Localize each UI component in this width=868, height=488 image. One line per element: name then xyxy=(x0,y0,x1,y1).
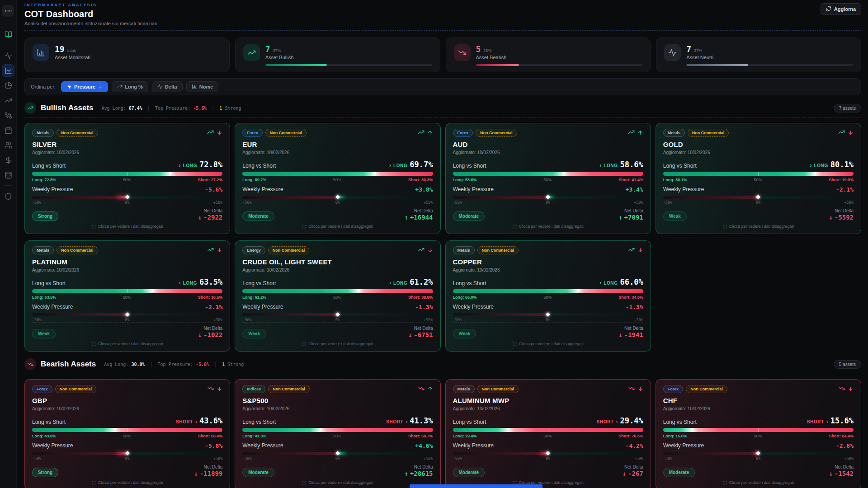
long-position-marker xyxy=(113,428,117,430)
long-percentage-value: 43.6% xyxy=(199,416,222,425)
pressure-center-marker xyxy=(335,312,340,317)
sidebar-divider xyxy=(4,185,12,186)
asset-card-copper[interactable]: MetalsNon CommercialCOPPERAggiornato: 10… xyxy=(445,240,651,352)
sidebar-item-trending-up[interactable] xyxy=(2,94,14,106)
pressure-bar xyxy=(453,452,643,455)
pressure-min-label: -50% xyxy=(32,456,41,461)
pressure-max-label: +50% xyxy=(213,318,222,322)
short-label-value: 19.9% xyxy=(842,178,854,182)
pie-chart-icon xyxy=(5,82,12,89)
pressure-center-marker xyxy=(335,451,340,455)
arrow-down-icon xyxy=(848,130,854,136)
asset-card-eur[interactable]: ForexNon CommercialEURAggiornato: 10/02/… xyxy=(235,123,440,234)
stat-card[interactable]: 526%Asset Bearish xyxy=(446,38,651,72)
pressure-max-label: +50% xyxy=(634,318,643,322)
trending-up-icon xyxy=(628,246,635,253)
section-icon xyxy=(24,102,36,114)
section-title: Bearish Assets xyxy=(41,360,96,369)
refresh-button[interactable]: Aggiorna xyxy=(821,3,861,15)
top-pressure-value: -5.8% xyxy=(196,362,209,367)
pressure-zero-label: 0% xyxy=(756,200,760,205)
stat-sub: 26% xyxy=(483,48,491,53)
delta-direction xyxy=(427,385,433,394)
asset-card-chf[interactable]: ForexNon CommercialCHFAggiornato: 10/02/… xyxy=(656,379,861,488)
stat-icon-box xyxy=(33,44,49,61)
sidebar-item-dollar-sign[interactable] xyxy=(2,154,14,166)
short-label-value: 41.4% xyxy=(632,178,643,182)
sidebar-item-calendar[interactable] xyxy=(2,124,14,136)
direction-label: SHORT xyxy=(807,419,824,424)
stat-card[interactable]: 737%Asset Bullish xyxy=(235,38,440,72)
sidebar-item-git-compare[interactable] xyxy=(2,109,14,121)
sidebar-item-database[interactable] xyxy=(2,169,14,181)
bar-center-line xyxy=(127,172,128,176)
long-position-marker xyxy=(507,428,510,430)
strength-badge: Weak xyxy=(663,211,687,221)
asset-card-aluminum-mwp[interactable]: MetalsNon CommercialALUMINUM MWPAggiorna… xyxy=(445,379,651,488)
sort-option-nome[interactable]: Nome xyxy=(186,81,219,92)
stat-progress-fill xyxy=(686,64,748,66)
asset-card-gbp[interactable]: ForexNon CommercialGBPAggiornato: 10/02/… xyxy=(24,379,230,488)
page-title: COT Dashboard xyxy=(24,9,861,19)
sidebar-item-pie-chart[interactable] xyxy=(2,80,14,91)
pressure-center-marker xyxy=(756,451,760,455)
bar-center-line xyxy=(548,289,548,293)
asset-card-aud[interactable]: ForexNon CommercialAUDAggiornato: 10/02/… xyxy=(445,123,651,234)
arrow-down-icon xyxy=(217,386,222,392)
pressure-max-label: +50% xyxy=(424,318,433,322)
long-vs-short-label: Long vs Short xyxy=(663,163,697,169)
net-delta-label: Net Delta xyxy=(829,208,854,213)
chevron-left-icon: ‹ xyxy=(195,419,197,424)
sidebar-item-users[interactable] xyxy=(2,139,14,151)
sidebar-item-book-open[interactable] xyxy=(2,28,14,40)
sidebar-item-line-chart[interactable] xyxy=(2,65,14,76)
pressure-bar xyxy=(453,196,643,199)
app-logo[interactable]: TTP xyxy=(2,5,14,17)
net-delta-value: +7091 xyxy=(624,214,643,221)
net-delta-arrow-icon: ↓ xyxy=(198,214,202,221)
category-tag: Forex xyxy=(453,129,473,137)
net-delta-label: Net Delta xyxy=(623,465,643,469)
sort-option-delta[interactable]: Delta xyxy=(152,81,183,92)
asset-card-crude-oil-light-sweet[interactable]: EnergyNon CommercialCRUDE OIL, LIGHT SWE… xyxy=(235,240,440,352)
weekly-pressure-label: Weekly Pressure xyxy=(32,442,73,449)
trending-down-icon xyxy=(418,385,425,392)
asset-card-s-p500[interactable]: IndicesNon CommercialS&P500Aggiornato: 1… xyxy=(235,379,440,488)
updated-date: Aggiornato: 10/02/2026 xyxy=(32,406,222,411)
long-percentage-value: 72.8% xyxy=(199,160,222,169)
git-compare-icon xyxy=(5,112,12,119)
net-delta-arrow-icon: ↑ xyxy=(618,214,622,221)
pressure-bar xyxy=(242,313,433,316)
pressure-min-label: -50% xyxy=(453,318,462,322)
sort-option-long-[interactable]: Long % xyxy=(112,81,148,92)
direction-label: LONG xyxy=(604,281,618,286)
weekly-pressure-value: -1.3% xyxy=(626,304,643,310)
card-divider xyxy=(242,205,433,205)
pressure-zero-label: 0% xyxy=(546,200,550,205)
bar-center-line xyxy=(548,428,548,432)
stat-card[interactable]: 19totaliAsset Monitorati xyxy=(24,38,230,72)
trending-down-icon xyxy=(458,48,467,57)
asset-card-gold[interactable]: MetalsNon CommercialGOLDAggiornato: 10/0… xyxy=(656,123,861,234)
asset-card-silver[interactable]: MetalsNon CommercialSILVERAggiornato: 10… xyxy=(24,123,230,234)
asset-card-platinum[interactable]: MetalsNon CommercialPLATINUMAggiornato: … xyxy=(24,240,230,352)
bar-midpoint-label: 50% xyxy=(123,178,131,182)
trending-up-icon xyxy=(838,129,845,136)
sort-option-pressure[interactable]: Pressure xyxy=(61,81,108,92)
trader-type-tag: Non Commercial xyxy=(55,385,97,393)
bar-center-line xyxy=(127,428,128,432)
pressure-zero-label: 0% xyxy=(546,456,550,461)
long-position-marker xyxy=(151,289,155,291)
long-short-bar xyxy=(242,428,433,432)
pressure-bar xyxy=(663,196,854,199)
sidebar-item-shield[interactable] xyxy=(2,190,14,202)
category-tag: Metals xyxy=(32,129,54,137)
strength-badge: Weak xyxy=(32,329,56,338)
stat-card[interactable]: 737%Asset Neutri xyxy=(656,38,861,72)
trend-indicator xyxy=(418,246,425,255)
chevron-left-icon: ‹ xyxy=(406,419,407,424)
weekly-pressure-value: -4.2% xyxy=(626,442,643,449)
trending-up-icon xyxy=(418,246,425,253)
sidebar-item-activity[interactable] xyxy=(2,50,14,61)
stat-value: 7 xyxy=(265,44,270,54)
